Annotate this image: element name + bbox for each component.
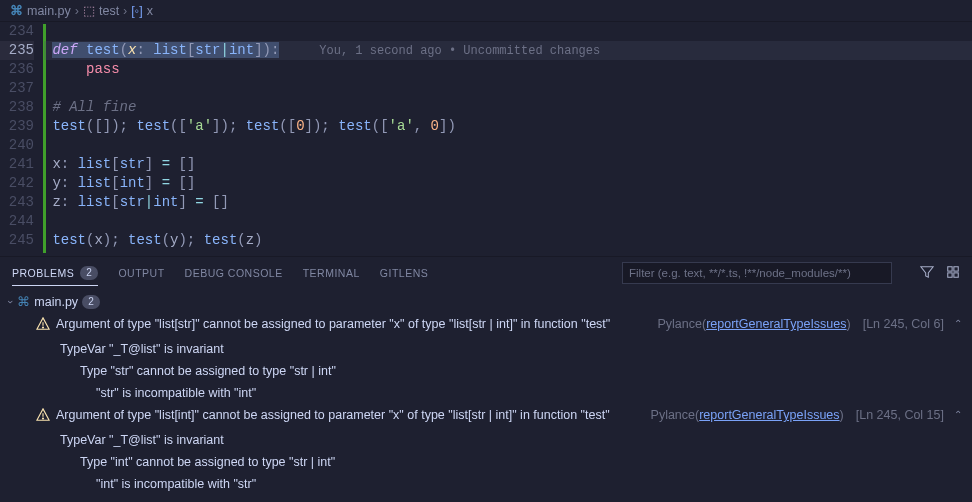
problem-detail: Type "int" cannot be assigned to type "s… (8, 451, 972, 473)
problem-detail: "str" is incompatible with "int" (8, 382, 972, 404)
chevron-up-icon[interactable]: ⌃ (954, 313, 962, 335)
line-number: 242 (0, 174, 34, 193)
bottom-panel: Problems 2 Output Debug Console Terminal… (0, 256, 972, 502)
warning-icon (36, 407, 50, 429)
problem-location: [Ln 245, Col 6] (863, 313, 944, 335)
tab-gitlens[interactable]: GitLens (380, 267, 428, 279)
collapse-all-icon[interactable] (946, 265, 960, 281)
chevron-right-icon: › (123, 4, 127, 18)
tab-label: Problems (12, 267, 74, 279)
breadcrumb-variable[interactable]: x (147, 4, 153, 18)
breadcrumb-symbol[interactable]: test (99, 4, 119, 18)
code-line[interactable] (44, 79, 972, 98)
line-number: 243 (0, 193, 34, 212)
problem-location: [Ln 245, Col 15] (856, 404, 944, 426)
problem-detail: Type "str" cannot be assigned to type "s… (8, 360, 972, 382)
svg-rect-1 (954, 267, 958, 271)
code-line[interactable]: pass (44, 60, 972, 79)
problem-detail: "int" is incompatible with "str" (8, 473, 972, 495)
line-number: 245 (0, 231, 34, 250)
problem-detail: TypeVar "_T@list" is invariant (8, 338, 972, 360)
svg-point-5 (42, 327, 43, 328)
code-area[interactable]: def test(x: list[str|int]):You, 1 second… (44, 22, 972, 256)
code-line[interactable]: def test(x: list[str|int]):You, 1 second… (44, 41, 972, 60)
problems-filter-input[interactable] (622, 262, 892, 284)
problem-source: Pylance(reportGeneralTypeIssues) (658, 313, 851, 335)
symbol-method-icon: ⬚ (83, 3, 95, 18)
line-number: 235 (0, 41, 34, 60)
warning-icon (36, 316, 50, 338)
panel-tabs: Problems 2 Output Debug Console Terminal… (0, 257, 972, 289)
line-number: 244 (0, 212, 34, 231)
problems-count-badge: 2 (80, 266, 98, 280)
line-number: 239 (0, 117, 34, 136)
code-line[interactable]: test([]); test(['a']); test([0]); test([… (44, 117, 972, 136)
line-number: 241 (0, 155, 34, 174)
line-number-gutter: 234 235 236 237 238 239 240 241 242 243 … (0, 22, 44, 256)
tab-debug-console[interactable]: Debug Console (185, 267, 283, 279)
git-codelens: You, 1 second ago • Uncommitted changes (319, 44, 600, 58)
chevron-down-icon: › (0, 300, 21, 303)
problem-item[interactable]: Argument of type "list[int]" cannot be a… (8, 404, 972, 429)
problem-rule-link[interactable]: reportGeneralTypeIssues (699, 408, 839, 422)
svg-point-7 (42, 418, 43, 419)
tab-output[interactable]: Output (118, 267, 164, 279)
breadcrumb[interactable]: ⌘ main.py › ⬚ test › [◦] x (0, 0, 972, 22)
python-file-icon: ⌘ (10, 3, 23, 18)
filter-icon[interactable] (920, 265, 934, 281)
code-line[interactable] (44, 22, 972, 41)
problems-file-name: main.py (34, 291, 78, 313)
line-number: 240 (0, 136, 34, 155)
code-line[interactable]: z: list[str|int] = [] (44, 193, 972, 212)
chevron-up-icon[interactable]: ⌃ (954, 404, 962, 426)
code-line[interactable]: x: list[str] = [] (44, 155, 972, 174)
code-line[interactable]: y: list[int] = [] (44, 174, 972, 193)
svg-rect-0 (948, 267, 952, 271)
symbol-variable-icon: [◦] (131, 4, 142, 18)
code-line[interactable] (44, 212, 972, 231)
chevron-right-icon: › (75, 4, 79, 18)
line-number: 237 (0, 79, 34, 98)
editor[interactable]: 234 235 236 237 238 239 240 241 242 243 … (0, 22, 972, 256)
problems-list[interactable]: › ⌘ main.py 2 Argument of type "list[str… (0, 289, 972, 502)
svg-rect-2 (948, 273, 952, 277)
problem-rule-link[interactable]: reportGeneralTypeIssues (706, 317, 846, 331)
line-number: 236 (0, 60, 34, 79)
problem-message: Argument of type "list[int]" cannot be a… (56, 404, 645, 426)
line-number: 234 (0, 22, 34, 41)
code-line[interactable]: test(x); test(y); test(z) (44, 231, 972, 250)
problem-detail: TypeVar "_T@list" is invariant (8, 429, 972, 451)
tab-terminal[interactable]: Terminal (303, 267, 360, 279)
file-problems-count-badge: 2 (82, 295, 100, 309)
code-line[interactable]: # All fine (44, 98, 972, 117)
tab-problems[interactable]: Problems 2 (12, 266, 98, 286)
breadcrumb-file[interactable]: main.py (27, 4, 71, 18)
problems-file-row[interactable]: › ⌘ main.py 2 (8, 291, 972, 313)
code-line[interactable] (44, 136, 972, 155)
problem-source: Pylance(reportGeneralTypeIssues) (651, 404, 844, 426)
svg-rect-3 (954, 273, 958, 277)
problem-item[interactable]: Argument of type "list[str]" cannot be a… (8, 313, 972, 338)
problem-message: Argument of type "list[str]" cannot be a… (56, 313, 652, 335)
line-number: 238 (0, 98, 34, 117)
